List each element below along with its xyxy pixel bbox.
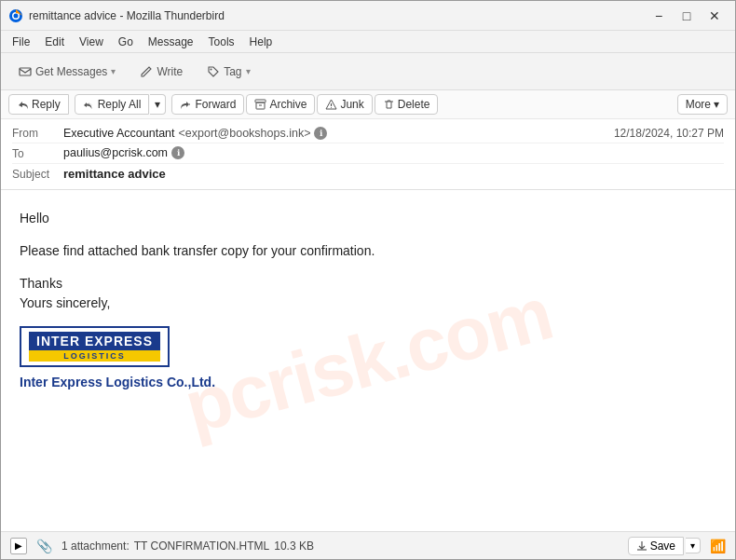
more-chevron-icon: ▾ [714, 98, 719, 111]
wifi-icon: 📶 [710, 539, 726, 553]
expand-attachment-button[interactable]: ▶ [10, 538, 27, 554]
save-button[interactable]: Save [628, 537, 684, 555]
menu-file[interactable]: File [5, 34, 37, 50]
attachment-size: 10.3 KB [274, 540, 314, 553]
junk-icon [325, 99, 337, 111]
tag-chevron: ▾ [246, 66, 251, 76]
sender-info: Executive Accountant <export@bookshops.i… [63, 127, 614, 140]
attachment-icon: 📎 [36, 539, 52, 553]
to-email: paulius@pcrisk.com [63, 146, 168, 159]
company-name: Inter Express Logistics Co.,Ltd. [20, 375, 716, 389]
menu-tools[interactable]: Tools [201, 34, 242, 50]
reply-button[interactable]: Reply [8, 94, 69, 115]
more-button[interactable]: More ▾ [677, 94, 728, 115]
action-bar: Reply Reply All ▾ Forward [1, 90, 735, 119]
subject-field: Subject remittance advice [12, 164, 724, 184]
menu-help[interactable]: Help [242, 34, 280, 50]
subject-value: remittance advice [63, 167, 724, 181]
svg-rect-3 [20, 68, 31, 75]
email-fields: From Executive Accountant <export@booksh… [1, 119, 735, 189]
reply-all-button[interactable]: Reply All [75, 94, 150, 115]
write-icon [140, 65, 153, 78]
get-messages-icon [19, 65, 32, 78]
from-field: From Executive Accountant <export@booksh… [12, 123, 724, 143]
svg-point-2 [14, 13, 19, 18]
minimize-button[interactable]: − [646, 6, 672, 26]
sender-name: Executive Accountant [63, 127, 175, 140]
menu-message[interactable]: Message [141, 34, 201, 50]
reply-all-dropdown[interactable]: ▾ [150, 94, 166, 115]
archive-icon [254, 99, 266, 111]
svg-point-7 [331, 107, 332, 108]
thunderbird-window: remittance advice - Mozilla Thunderbird … [0, 0, 736, 560]
subject-text: remittance advice [63, 167, 166, 181]
reply-icon [17, 99, 29, 111]
thanks: Thanks Yours sincerely, [20, 274, 716, 313]
attachment-name: TT CONFIRMATION.HTML [134, 540, 270, 553]
menu-view[interactable]: View [72, 34, 111, 50]
attachment-count: 1 attachment: [61, 540, 129, 553]
window-controls: − □ ✕ [646, 6, 728, 26]
save-area: Save ▾ [628, 537, 701, 555]
to-info: paulius@pcrisk.com ℹ [63, 146, 724, 159]
archive-button[interactable]: Archive [246, 94, 315, 115]
to-label: To [12, 146, 63, 160]
window-title: remittance advice - Mozilla Thunderbird [29, 9, 646, 22]
svg-point-4 [211, 68, 212, 70]
toolbar: Get Messages ▾ Write Tag ▾ [1, 53, 735, 90]
delete-icon [383, 99, 395, 111]
to-value: paulius@pcrisk.com ℹ [63, 146, 724, 159]
menu-go[interactable]: Go [111, 34, 141, 50]
to-info-icon[interactable]: ℹ [171, 146, 184, 159]
app-icon [8, 8, 23, 23]
maximize-button[interactable]: □ [674, 6, 700, 26]
subject-label: Subject [12, 167, 63, 181]
sender-email: <export@bookshops.ink> [179, 127, 311, 140]
delete-button[interactable]: Delete [375, 94, 439, 115]
attachment-info: 1 attachment: TT CONFIRMATION.HTML 10.3 … [61, 540, 619, 553]
save-dropdown-button[interactable]: ▾ [686, 538, 701, 553]
email-header: Reply Reply All ▾ Forward [1, 90, 735, 190]
greeting: Hello [20, 209, 716, 228]
tag-icon [207, 65, 220, 78]
from-value: Executive Accountant <export@bookshops.i… [63, 127, 614, 140]
forward-button[interactable]: Forward [171, 94, 244, 115]
body-line1: Please find attached bank transfer copy … [20, 241, 716, 261]
title-bar: remittance advice - Mozilla Thunderbird … [1, 1, 735, 31]
close-button[interactable]: ✕ [702, 6, 728, 26]
logo-bottom-text: LOGISTICS [29, 350, 160, 362]
sender-info-icon[interactable]: ℹ [314, 127, 327, 140]
menu-bar: File Edit View Go Message Tools Help [1, 31, 735, 53]
from-label: From [12, 126, 63, 140]
get-messages-chevron: ▾ [111, 66, 116, 76]
email-date: 12/18/2024, 10:27 PM [614, 127, 724, 140]
reply-all-icon [83, 99, 95, 111]
write-button[interactable]: Write [129, 61, 193, 83]
status-bar: ▶ 📎 1 attachment: TT CONFIRMATION.HTML 1… [1, 531, 735, 559]
to-field: To paulius@pcrisk.com ℹ [12, 143, 724, 164]
forward-icon [180, 99, 192, 111]
tag-button[interactable]: Tag ▾ [197, 61, 260, 83]
menu-edit[interactable]: Edit [37, 34, 72, 50]
get-messages-button[interactable]: Get Messages ▾ [8, 61, 126, 83]
logo-top-text: INTER EXPRESS [29, 332, 160, 350]
save-icon [636, 540, 647, 552]
junk-button[interactable]: Junk [317, 94, 372, 115]
email-body: pcrisk.com Hello Please find attached ba… [1, 190, 735, 531]
company-logo: INTER EXPRESS LOGISTICS [20, 326, 170, 367]
